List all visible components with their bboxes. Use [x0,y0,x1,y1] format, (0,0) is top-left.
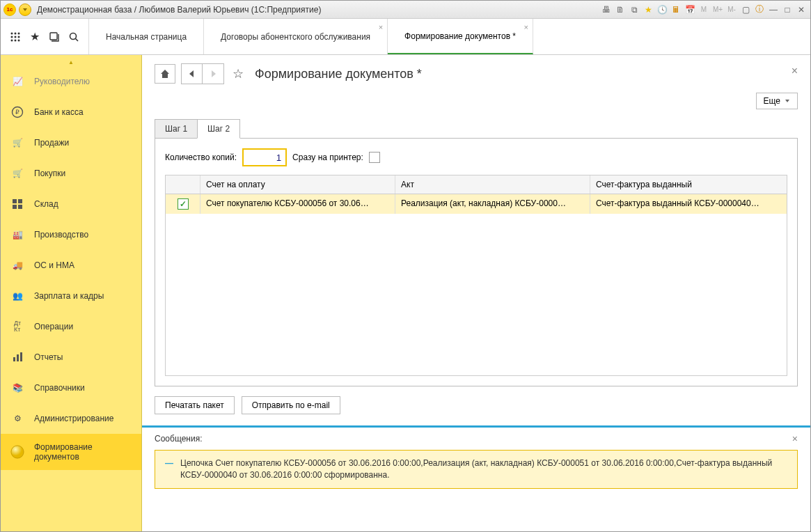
people-icon: 👥 [10,289,24,303]
svg-point-6 [11,39,13,41]
sidebar-item-warehouse[interactable]: Склад [1,189,141,219]
documents-grid: Счет на оплату Акт Счет-фактура выданный… [165,175,787,376]
tab-label: Начальная страница [106,32,187,42]
send-email-button[interactable]: Отправить по e-mail [242,396,340,414]
grid-icon [10,197,24,211]
search-icon[interactable] [66,29,81,45]
svg-line-11 [76,38,79,41]
svg-point-8 [18,39,20,41]
grid-header-act[interactable]: Акт [395,175,590,194]
sidebar-item-bank[interactable]: ₽ Банк и касса [1,97,141,127]
sidebar-item-purchases[interactable]: 🛒 Покупки [1,158,141,189]
grid-header-invoice[interactable]: Счет на оплату [200,175,395,194]
print-pack-button[interactable]: Печатать пакет [155,396,235,414]
svg-rect-17 [18,205,22,209]
bars-icon [10,350,24,364]
sidebar-item-label: Руководителю [34,77,90,86]
close-page-icon[interactable]: × [792,65,798,77]
dropdown-icon[interactable] [19,3,31,16]
forward-button[interactable] [203,64,223,84]
printer-label: Сразу на принтер: [292,152,363,162]
more-label: Еще [764,96,780,106]
sidebar-item-catalogs[interactable]: 📚 Справочники [1,373,141,403]
grid-header-facture[interactable]: Счет-фактура выданный [590,175,787,194]
grid-body[interactable]: ✓ Счет покупателю КСБУ-000056 от 30.06… … [166,194,787,375]
sidebar: ▲ 📈 Руководителю ₽ Банк и касса 🛒 Продаж… [1,55,142,531]
tab-start-page[interactable]: Начальная страница [89,19,204,54]
sidebar-item-payroll[interactable]: 👥 Зарплата и кадры [1,281,141,311]
toolbar-calendar-icon[interactable]: 📅 [684,3,696,16]
factory-icon: 🏭 [10,228,24,242]
toolbar-clock-icon[interactable]: 🕓 [656,3,668,16]
cart-icon: 🛒 [10,166,24,180]
svg-rect-20 [20,352,22,361]
cell-act: Реализация (акт, накладная) КСБУ-0000… [395,194,590,214]
tab-contracts[interactable]: Договоры абонентского обслуживания × [204,19,388,54]
svg-point-21 [11,446,24,458]
sidebar-item-label: Формирование документов [34,442,132,462]
tab-close-icon[interactable]: × [379,23,383,31]
svg-point-5 [18,36,20,38]
toolbar-copy-icon[interactable]: ⧉ [628,3,640,16]
row-checkbox[interactable]: ✓ [178,198,189,210]
step-tab-2[interactable]: Шаг 2 [197,119,240,139]
table-row[interactable]: ✓ Счет покупателю КСБУ-000056 от 30.06… … [166,194,787,214]
favorite-icon[interactable]: ☆ [233,66,244,81]
toolbar-mplus-icon[interactable]: M+ [711,3,724,16]
body: ▲ 📈 Руководителю ₽ Банк и касса 🛒 Продаж… [1,55,810,531]
titlebar-left: 1c Демонстрационная база / Любимов Валер… [3,3,600,16]
toolbar-info-icon[interactable]: ⓘ [753,3,766,16]
sidebar-item-label: Зарплата и кадры [34,291,104,301]
sidebar-item-label: Производство [34,230,88,240]
printer-checkbox[interactable] [369,152,380,163]
sidebar-item-operations[interactable]: ДтКт Операции [1,311,141,342]
maximize-icon[interactable]: □ [781,3,794,16]
toolbar-mminus-icon[interactable]: M- [725,3,738,16]
step-tab-1[interactable]: Шаг 1 [155,119,198,139]
sidebar-item-assets[interactable]: 🚚 ОС и НМА [1,250,141,281]
copies-input[interactable] [242,148,287,166]
messages-close-icon[interactable]: × [792,433,798,444]
toolbar-m-icon[interactable]: M [698,3,710,16]
sidebar-item-manager[interactable]: 📈 Руководителю [1,66,141,97]
sidebar-item-reports[interactable]: Отчеты [1,342,141,373]
app-window: 1c Демонстрационная база / Любимов Валер… [0,0,811,532]
svg-point-3 [11,36,13,38]
titlebar: 1c Демонстрационная база / Любимов Валер… [1,1,810,19]
sidebar-item-admin[interactable]: ⚙ Администрирование [1,403,141,434]
chart-icon: 📈 [10,75,24,88]
tab-formation[interactable]: Формирование документов * × [388,19,533,54]
tab-close-icon[interactable]: × [524,23,528,31]
step-content: Количество копий: Сразу на принтер: Счет… [155,138,798,386]
toolbar-fav-icon[interactable]: ★ [642,3,654,16]
sidebar-item-label: Администрирование [34,414,113,423]
page-title: Формирование документов * [255,67,422,81]
sidebar-item-production[interactable]: 🏭 Производство [1,219,141,250]
sidebar-scroll-up-icon[interactable]: ▲ [1,59,141,66]
sidebar-item-label: ОС и НМА [34,260,74,270]
svg-rect-9 [50,33,57,40]
minimize-icon[interactable]: — [767,3,780,16]
more-button[interactable]: Еще [756,93,798,109]
toolbar-calc-icon[interactable]: 🖩 [670,3,682,16]
messages-header: Сообщения: × [142,428,810,447]
sidebar-item-sales[interactable]: 🛒 Продажи [1,127,141,158]
apps-icon[interactable] [8,29,23,45]
sidebar-item-label: Продажи [34,138,69,148]
close-icon[interactable]: ✕ [795,3,808,16]
svg-point-2 [18,32,20,34]
star-icon[interactable]: ★ [27,29,42,45]
sidebar-item-label: Банк и касса [34,107,84,117]
history-icon[interactable] [47,29,62,45]
toolbar-box-icon[interactable]: ▢ [739,3,752,16]
toolbar-print-icon[interactable]: 🖶 [600,3,613,16]
tab-label: Формирование документов * [404,31,516,41]
message-bullet-icon: — [165,457,173,469]
back-button[interactable] [182,64,203,84]
toolbar-printpreview-icon[interactable]: 🗎 [614,3,627,16]
home-button[interactable] [155,64,175,84]
ruble-icon: ₽ [10,105,24,119]
titlebar-buttons: 🖶 🗎 ⧉ ★ 🕓 🖩 📅 M M+ M- ▢ ⓘ — □ ✕ [600,3,808,16]
sidebar-item-formation[interactable]: Формирование документов [1,434,141,470]
chevron-down-icon [785,98,790,104]
